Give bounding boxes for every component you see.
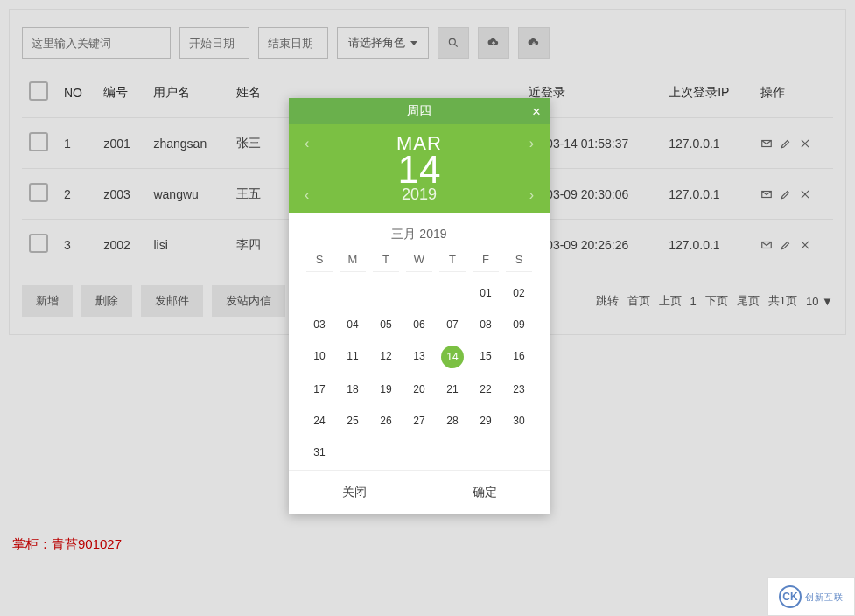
dp-day-cell[interactable]: 12 bbox=[374, 346, 398, 367]
dp-day-cell[interactable]: 20 bbox=[407, 379, 431, 400]
search-button[interactable] bbox=[438, 27, 469, 59]
dp-cancel-button[interactable]: 关闭 bbox=[342, 485, 367, 500]
dp-day-cell[interactable]: 22 bbox=[473, 379, 498, 400]
dp-day-cell[interactable]: 28 bbox=[440, 410, 465, 431]
dp-day-cell[interactable]: 26 bbox=[374, 410, 398, 431]
dp-day-cell[interactable]: 11 bbox=[340, 346, 365, 367]
dp-day-cell[interactable]: 30 bbox=[507, 410, 531, 431]
page-size-select[interactable]: 10 ▼ bbox=[806, 295, 833, 308]
page-jump[interactable]: 跳转 bbox=[596, 293, 619, 309]
dp-dow-cell: W bbox=[406, 253, 432, 272]
cell-code: z002 bbox=[96, 220, 146, 270]
download-button[interactable] bbox=[518, 27, 550, 59]
cell-last-ip: 127.0.0.1 bbox=[662, 169, 753, 220]
footer-text: 掌柜：青苔901027 bbox=[9, 536, 846, 553]
page-first[interactable]: 首页 bbox=[627, 293, 650, 309]
dp-prev-year[interactable]: ‹ bbox=[305, 187, 309, 203]
edit-icon[interactable] bbox=[780, 137, 792, 150]
role-select[interactable]: 请选择角色 bbox=[337, 27, 429, 59]
close-icon[interactable] bbox=[799, 137, 811, 150]
dp-day-cell[interactable]: 07 bbox=[440, 314, 465, 335]
cell-username: wangwu bbox=[146, 169, 228, 220]
dp-day-cell[interactable]: 08 bbox=[473, 314, 498, 335]
dp-day-cell bbox=[307, 283, 332, 304]
dp-day-cell[interactable]: 18 bbox=[340, 379, 365, 400]
mail-icon[interactable] bbox=[760, 137, 773, 150]
dp-day-cell[interactable]: 27 bbox=[407, 410, 431, 431]
dp-day-cell[interactable]: 21 bbox=[440, 379, 465, 400]
dp-day-cell[interactable]: 29 bbox=[473, 410, 498, 431]
cloud-download-icon bbox=[528, 37, 540, 49]
role-select-label: 请选择角色 bbox=[348, 35, 405, 51]
search-icon bbox=[447, 37, 459, 49]
dp-day-cell bbox=[507, 442, 531, 463]
dp-close-button[interactable]: × bbox=[532, 103, 541, 121]
col-actions: 操作 bbox=[753, 67, 833, 118]
upload-button[interactable] bbox=[478, 27, 509, 59]
cell-no: 3 bbox=[57, 220, 96, 270]
dp-day-cell[interactable]: 10 bbox=[307, 346, 332, 367]
dp-day-cell[interactable]: 02 bbox=[507, 283, 531, 304]
dp-day-cell[interactable]: 05 bbox=[374, 314, 398, 335]
page-next[interactable]: 下页 bbox=[705, 293, 728, 309]
dp-day-cell[interactable]: 23 bbox=[507, 379, 531, 400]
dp-dow-cell: T bbox=[439, 253, 466, 272]
cell-no: 1 bbox=[57, 118, 96, 169]
dp-confirm-button[interactable]: 确定 bbox=[473, 485, 497, 500]
add-button[interactable]: 新增 bbox=[22, 285, 73, 317]
row-checkbox[interactable] bbox=[29, 132, 48, 151]
dp-day-cell[interactable]: 16 bbox=[507, 346, 531, 367]
cell-last-ip: 127.0.0.1 bbox=[662, 118, 753, 169]
page-last[interactable]: 尾页 bbox=[737, 293, 760, 309]
cell-last-ip: 127.0.0.1 bbox=[662, 220, 753, 270]
close-icon[interactable] bbox=[799, 188, 811, 200]
dp-day-cell[interactable]: 06 bbox=[407, 314, 431, 335]
pagination: 跳转 首页 上页 1 下页 尾页 共1页 10 ▼ bbox=[596, 293, 833, 309]
cell-code: z003 bbox=[96, 169, 146, 220]
end-date-input[interactable] bbox=[258, 27, 328, 59]
dp-selected-day: 14 bbox=[289, 150, 550, 189]
dp-next-year[interactable]: › bbox=[529, 187, 534, 203]
dp-day-cell[interactable]: 17 bbox=[307, 379, 332, 400]
dp-dow-cell: T bbox=[373, 253, 399, 272]
cell-no: 2 bbox=[57, 169, 96, 220]
dp-day-cell[interactable]: 14 bbox=[441, 346, 464, 368]
cell-code: z001 bbox=[96, 118, 146, 169]
dp-day-cell[interactable]: 19 bbox=[374, 379, 398, 400]
dp-day-cell[interactable]: 03 bbox=[307, 314, 332, 335]
dp-day-cell[interactable]: 09 bbox=[507, 314, 531, 335]
dp-day-cell[interactable]: 24 bbox=[307, 410, 332, 431]
dp-day-cell[interactable]: 01 bbox=[473, 283, 498, 304]
dp-day-cell[interactable]: 04 bbox=[340, 314, 365, 335]
send-mail-button[interactable]: 发邮件 bbox=[141, 285, 203, 317]
mail-icon[interactable] bbox=[760, 239, 773, 251]
page-current: 1 bbox=[690, 295, 697, 308]
cell-realname: 张三 bbox=[229, 118, 277, 169]
start-date-input[interactable] bbox=[179, 27, 249, 59]
dp-day-cell bbox=[340, 442, 365, 463]
close-icon[interactable] bbox=[799, 239, 811, 251]
page-total: 共1页 bbox=[768, 293, 797, 309]
edit-icon[interactable] bbox=[780, 188, 792, 200]
mail-icon[interactable] bbox=[760, 188, 773, 200]
dp-day-cell bbox=[440, 283, 465, 304]
dp-day-cell[interactable]: 13 bbox=[407, 346, 431, 367]
row-checkbox[interactable] bbox=[29, 234, 48, 253]
cell-username: zhangsan bbox=[146, 118, 228, 169]
keyword-input[interactable] bbox=[22, 27, 171, 59]
dp-prev-month[interactable]: ‹ bbox=[305, 136, 309, 151]
send-msg-button[interactable]: 发站内信 bbox=[212, 285, 285, 317]
dp-next-month[interactable]: › bbox=[529, 136, 534, 151]
select-all-checkbox[interactable] bbox=[29, 81, 48, 101]
dp-day-cell[interactable]: 15 bbox=[473, 346, 498, 367]
dp-day-cell[interactable]: 25 bbox=[340, 410, 365, 431]
dp-weekday: 周四 bbox=[407, 103, 431, 119]
logo-text: 创新互联 bbox=[805, 592, 844, 602]
row-checkbox[interactable] bbox=[29, 183, 48, 202]
delete-button[interactable]: 删除 bbox=[81, 285, 132, 317]
dp-day-cell bbox=[473, 442, 498, 463]
svg-line-1 bbox=[455, 45, 458, 47]
edit-icon[interactable] bbox=[780, 239, 792, 251]
page-prev[interactable]: 上页 bbox=[659, 293, 682, 309]
dp-day-cell[interactable]: 31 bbox=[307, 442, 332, 463]
